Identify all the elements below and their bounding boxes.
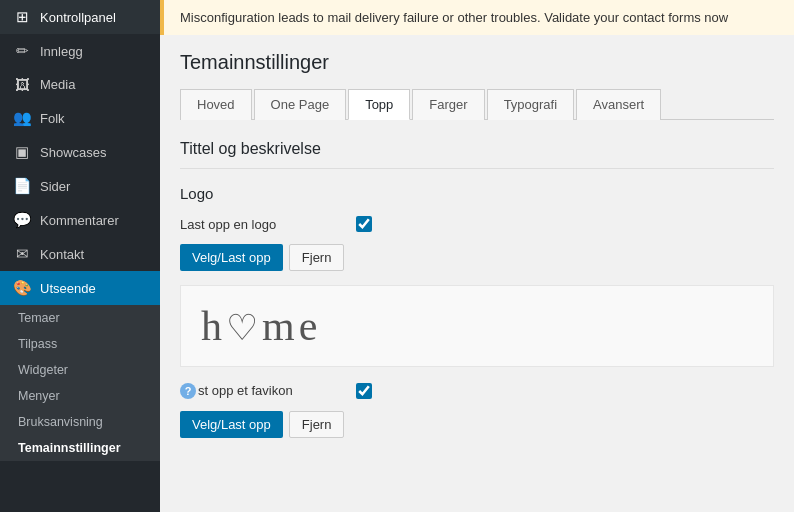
sidebar-item-label: Kontakt: [40, 247, 84, 262]
section-title-beskrivelse: Tittel og beskrivelse: [180, 140, 774, 158]
sidebar-item-label: Sider: [40, 179, 70, 194]
page-title: Temainnstillinger: [180, 51, 774, 74]
sidebar-submenu: Temaer Tilpass Widgeter Menyer Bruksanvi…: [0, 305, 160, 461]
help-icon[interactable]: ?: [180, 383, 196, 399]
content-area: Temainnstillinger Hoved One Page Topp Fa…: [160, 35, 794, 512]
main-content: Misconfiguration leads to mail delivery …: [160, 0, 794, 512]
tab-one-page[interactable]: One Page: [254, 89, 347, 120]
notice-bar: Misconfiguration leads to mail delivery …: [160, 0, 794, 35]
showcases-icon: ▣: [12, 143, 32, 161]
sidebar-item-media[interactable]: 🖼 Media: [0, 68, 160, 101]
sidebar-item-label: Utseende: [40, 281, 96, 296]
last-opp-logo-row: Last opp en logo: [180, 216, 774, 232]
sidebar-item-tilpass[interactable]: Tilpass: [0, 331, 160, 357]
sidebar-item-label: Media: [40, 77, 75, 92]
media-icon: 🖼: [12, 76, 32, 93]
tabs-row: Hoved One Page Topp Farger Typografi Ava…: [180, 88, 774, 120]
logo-heading: Logo: [180, 185, 774, 202]
kontakt-icon: ✉: [12, 245, 32, 263]
tab-hoved[interactable]: Hoved: [180, 89, 252, 120]
sidebar-item-showcases[interactable]: ▣ Showcases: [0, 135, 160, 169]
sidebar-item-sider[interactable]: 📄 Sider: [0, 169, 160, 203]
sidebar: ⊞ Kontrollpanel ✏ Innlegg 🖼 Media 👥 Folk…: [0, 0, 160, 512]
notice-text: Misconfiguration leads to mail delivery …: [180, 10, 728, 25]
innlegg-icon: ✏: [12, 42, 32, 60]
sidebar-item-kontakt[interactable]: ✉ Kontakt: [0, 237, 160, 271]
tab-topp[interactable]: Topp: [348, 89, 410, 120]
utseende-icon: 🎨: [12, 279, 32, 297]
sidebar-item-label: Kontrollpanel: [40, 10, 116, 25]
favicon-buttons: Velg/Last opp Fjern: [180, 411, 774, 438]
widgeter-label: Widgeter: [18, 363, 68, 377]
tilpass-label: Tilpass: [18, 337, 57, 351]
tab-farger[interactable]: Farger: [412, 89, 484, 120]
favicon-row: ?st opp et favikon: [180, 383, 774, 399]
tab-typografi[interactable]: Typografi: [487, 89, 574, 120]
fjern-favicon-button[interactable]: Fjern: [289, 411, 345, 438]
favicon-label: ?st opp et favikon: [180, 383, 340, 399]
sidebar-item-widgeter[interactable]: Widgeter: [0, 357, 160, 383]
last-opp-checkbox[interactable]: [356, 216, 372, 232]
favicon-checkbox[interactable]: [356, 383, 372, 399]
logo-heart-icon: ♡: [226, 308, 262, 348]
velg-favicon-button[interactable]: Velg/Last opp: [180, 411, 283, 438]
sidebar-item-label: Innlegg: [40, 44, 83, 59]
sidebar-item-bruksanvisning[interactable]: Bruksanvisning: [0, 409, 160, 435]
kontrollpanel-icon: ⊞: [12, 8, 32, 26]
logo-buttons: Velg/Last opp Fjern: [180, 244, 774, 271]
kommentarer-icon: 💬: [12, 211, 32, 229]
tab-avansert[interactable]: Avansert: [576, 89, 661, 120]
sidebar-item-folk[interactable]: 👥 Folk: [0, 101, 160, 135]
sidebar-item-label: Showcases: [40, 145, 106, 160]
temainnstillinger-label: Temainnstillinger: [18, 441, 121, 455]
temaer-label: Temaer: [18, 311, 60, 325]
sider-icon: 📄: [12, 177, 32, 195]
section-divider: [180, 168, 774, 169]
logo-preview: h♡me: [180, 285, 774, 367]
sidebar-item-label: Kommentarer: [40, 213, 119, 228]
sidebar-item-innlegg[interactable]: ✏ Innlegg: [0, 34, 160, 68]
sidebar-item-temainnstillinger[interactable]: Temainnstillinger: [0, 435, 160, 461]
logo-preview-text: h♡me: [201, 302, 321, 350]
velg-last-opp-button[interactable]: Velg/Last opp: [180, 244, 283, 271]
sidebar-item-utseende[interactable]: 🎨 Utseende: [0, 271, 160, 305]
fjern-button[interactable]: Fjern: [289, 244, 345, 271]
sidebar-item-kontrollpanel[interactable]: ⊞ Kontrollpanel: [0, 0, 160, 34]
sidebar-item-kommentarer[interactable]: 💬 Kommentarer: [0, 203, 160, 237]
menyer-label: Menyer: [18, 389, 60, 403]
sidebar-item-temaer[interactable]: Temaer: [0, 305, 160, 331]
last-opp-label: Last opp en logo: [180, 217, 340, 232]
bruksanvisning-label: Bruksanvisning: [18, 415, 103, 429]
folk-icon: 👥: [12, 109, 32, 127]
sidebar-item-label: Folk: [40, 111, 65, 126]
sidebar-item-menyer[interactable]: Menyer: [0, 383, 160, 409]
